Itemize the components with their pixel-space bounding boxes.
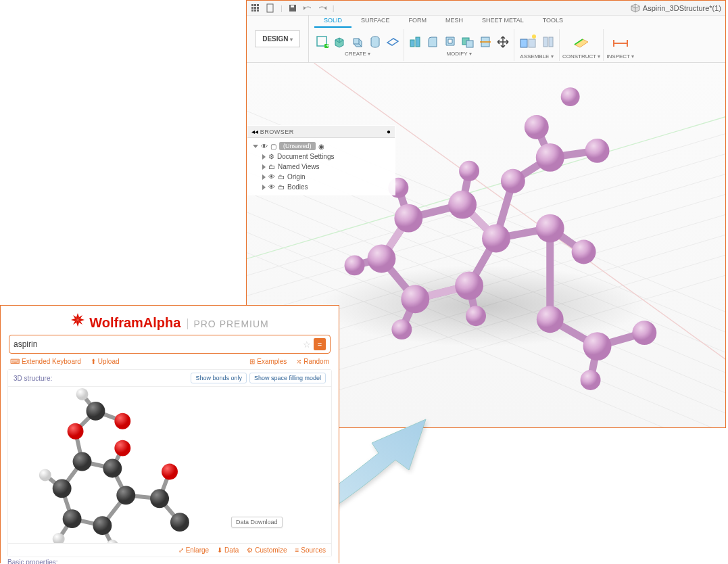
tab-surface[interactable]: SURFACE bbox=[351, 16, 399, 28]
split-icon[interactable] bbox=[477, 34, 493, 50]
svg-point-79 bbox=[345, 255, 365, 275]
svg-point-76 bbox=[482, 225, 510, 253]
svg-point-89 bbox=[581, 370, 601, 390]
extrude-icon[interactable] bbox=[332, 34, 348, 50]
gear-icon: ⚙ bbox=[268, 153, 274, 160]
section-title: 3D structure: bbox=[14, 375, 52, 382]
svg-point-92 bbox=[585, 139, 610, 163]
tree-item-bodies[interactable]: 👁🗀Bodies bbox=[247, 182, 395, 192]
tab-tools[interactable]: TOOLS bbox=[533, 16, 573, 28]
tree-item-origin[interactable]: 👁🗀Origin bbox=[247, 172, 395, 182]
shell-icon[interactable] bbox=[442, 34, 458, 50]
combine-icon[interactable] bbox=[460, 34, 476, 50]
box-icon[interactable] bbox=[349, 34, 366, 50]
grid-menu-icon[interactable] bbox=[251, 3, 260, 13]
tab-sheet-metal[interactable]: SHEET METAL bbox=[472, 16, 533, 28]
svg-point-93 bbox=[501, 169, 525, 193]
move-icon[interactable] bbox=[495, 34, 511, 50]
svg-point-128 bbox=[170, 513, 189, 532]
svg-rect-11 bbox=[291, 5, 294, 7]
svg-point-75 bbox=[448, 191, 477, 219]
compute-button[interactable]: = bbox=[314, 338, 326, 350]
tab-mesh[interactable]: MESH bbox=[436, 16, 472, 28]
cylinder-icon[interactable] bbox=[367, 34, 383, 50]
star-icon[interactable]: ☆ bbox=[303, 339, 311, 350]
sources-link[interactable]: ≡Sources bbox=[295, 546, 326, 554]
extended-keyboard-link[interactable]: ⌨Extended Keyboard bbox=[10, 358, 81, 365]
svg-point-132 bbox=[162, 464, 178, 480]
collapse-icon[interactable]: ◂◂ bbox=[251, 128, 258, 135]
wa-logo: WolframAlpha PRO PREMIUM bbox=[1, 306, 339, 335]
wolfram-spikey-icon bbox=[70, 312, 85, 329]
query-field[interactable] bbox=[14, 339, 303, 349]
grid-icon: ⊞ bbox=[249, 358, 255, 365]
create-group-label[interactable]: CREATE bbox=[345, 51, 370, 57]
plane-icon[interactable] bbox=[385, 34, 401, 50]
tree-item-docsettings[interactable]: ⚙Document Settings bbox=[247, 151, 395, 162]
sketch-icon[interactable]: + bbox=[314, 34, 331, 50]
tab-solid[interactable]: SOLID bbox=[314, 16, 351, 28]
svg-point-77 bbox=[455, 271, 483, 300]
svg-point-123 bbox=[116, 486, 135, 504]
svg-point-83 bbox=[466, 306, 486, 326]
wa-tier: PRO PREMIUM bbox=[187, 319, 268, 329]
presspull-icon[interactable] bbox=[407, 34, 423, 50]
eye-icon[interactable]: 👁 bbox=[261, 143, 268, 150]
svg-rect-22 bbox=[520, 39, 527, 47]
browser-panel: ◂◂ BROWSER ● 👁 ▢ (Unsaved) ◉ ⚙Document S… bbox=[247, 125, 395, 195]
construct-icon[interactable] bbox=[571, 31, 592, 53]
svg-point-129 bbox=[68, 423, 84, 440]
data-download-tooltip: Data Download bbox=[231, 517, 283, 527]
svg-point-122 bbox=[103, 459, 122, 478]
radio-icon[interactable]: ◉ bbox=[318, 143, 324, 150]
enlarge-link[interactable]: ⤢Enlarge bbox=[178, 546, 209, 554]
svg-rect-6 bbox=[251, 9, 253, 11]
svg-point-121 bbox=[73, 452, 92, 471]
folder-icon: 🗀 bbox=[278, 183, 285, 191]
wa-molecule-view[interactable]: Data Download bbox=[8, 387, 331, 543]
svg-point-131 bbox=[114, 440, 130, 456]
file-icon[interactable] bbox=[266, 3, 275, 13]
assemble-group-label[interactable]: ASSEMBLE bbox=[520, 53, 553, 60]
wa-search-input[interactable]: ☆ = bbox=[9, 335, 331, 354]
keyboard-icon: ⌨ bbox=[10, 358, 20, 365]
redo-icon[interactable] bbox=[318, 3, 327, 13]
document-title: Aspirin_3DStructure*(1) bbox=[643, 4, 721, 12]
examples-link[interactable]: ⊞Examples bbox=[249, 358, 287, 365]
modify-group-label[interactable]: MODIFY bbox=[446, 51, 471, 57]
construct-group-label[interactable]: CONSTRUCT bbox=[562, 53, 600, 60]
tree-item-namedviews[interactable]: 🗀Named Views bbox=[247, 162, 395, 172]
save-icon[interactable] bbox=[288, 3, 297, 13]
svg-point-81 bbox=[459, 161, 479, 181]
inspect-group-label[interactable]: INSPECT bbox=[606, 53, 634, 60]
svg-point-90 bbox=[536, 143, 564, 172]
customize-link[interactable]: ⚙Customize bbox=[247, 546, 287, 554]
joint-icon[interactable] bbox=[540, 34, 556, 50]
undo-icon[interactable] bbox=[303, 3, 312, 13]
svg-point-133 bbox=[76, 388, 89, 400]
svg-point-91 bbox=[525, 115, 549, 139]
assemble-icon[interactable] bbox=[517, 31, 539, 53]
eye-icon[interactable]: 👁 bbox=[268, 183, 275, 191]
inspect-icon[interactable] bbox=[610, 31, 631, 53]
show-space-filling-button[interactable]: Show space filling model bbox=[249, 373, 326, 383]
fillet-icon[interactable] bbox=[424, 34, 441, 50]
pin-icon[interactable]: ● bbox=[387, 128, 391, 135]
svg-point-130 bbox=[114, 413, 130, 429]
show-bonds-button[interactable]: Show bonds only bbox=[191, 373, 247, 383]
svg-rect-9 bbox=[267, 4, 273, 12]
eye-off-icon[interactable]: 👁 bbox=[268, 173, 275, 181]
upload-link[interactable]: ⬆Upload bbox=[91, 358, 120, 365]
folder-icon: 🗀 bbox=[278, 173, 285, 181]
svg-point-78 bbox=[401, 285, 429, 313]
design-workspace-button[interactable]: DESIGN bbox=[255, 30, 300, 47]
svg-rect-8 bbox=[257, 9, 259, 11]
data-link[interactable]: ⬇Data bbox=[217, 546, 239, 554]
svg-point-86 bbox=[537, 306, 564, 333]
browser-title: BROWSER bbox=[260, 128, 294, 135]
tree-root[interactable]: 👁 ▢ (Unsaved) ◉ bbox=[247, 141, 395, 151]
svg-point-126 bbox=[87, 402, 105, 421]
random-link[interactable]: ⤭Random bbox=[296, 358, 329, 365]
svg-rect-16 bbox=[410, 40, 414, 47]
tab-form[interactable]: FORM bbox=[399, 16, 437, 28]
